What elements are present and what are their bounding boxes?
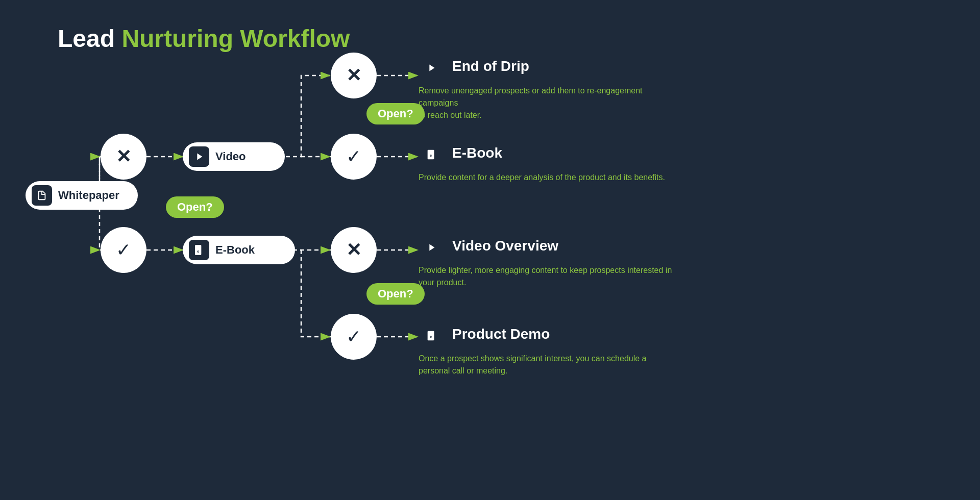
open-badge-3-label: Open? [378, 287, 413, 300]
cross-icon-3: ✕ [346, 239, 361, 261]
video-label: Video [215, 150, 246, 163]
svg-text:e: e [430, 334, 432, 339]
productdemo-icon: e [419, 323, 444, 348]
play-icon [189, 146, 209, 167]
check-circle-3: ✓ [331, 314, 377, 360]
page-title: Lead Nurturing Workflow [58, 24, 350, 53]
open-badge-2: Open? [366, 103, 425, 124]
check-icon-3: ✓ [346, 326, 361, 347]
productdemo-desc: Once a prospect shows significant intere… [419, 353, 674, 377]
svg-text:e: e [197, 249, 199, 254]
title-nurturing: Nurturing Workflow [121, 25, 350, 52]
ebook-icon-info: e [419, 142, 444, 167]
ebook-label-1: E-Book [215, 243, 255, 257]
endofdrip-info: End of Drip Remove unengaged prospects o… [419, 55, 674, 121]
videooverview-title: Video Overview [452, 238, 558, 254]
ebook-pill-1: e E-Book [183, 236, 295, 264]
whitepaper-label: Whitepaper [58, 189, 119, 202]
file-icon [32, 185, 52, 206]
open-badge-3: Open? [366, 283, 425, 305]
svg-text:e: e [430, 153, 432, 158]
check-icon-2: ✓ [346, 146, 361, 167]
productdemo-info: e Product Demo Once a prospect shows sig… [419, 323, 674, 377]
open-badge-1-label: Open? [177, 201, 213, 213]
endofdrip-desc: Remove unengaged prospects or add them t… [419, 85, 674, 121]
open-badge-1: Open? [166, 196, 224, 218]
book-icon-1: e [189, 240, 209, 260]
endofdrip-icon [419, 55, 444, 81]
cross-circle-3: ✕ [331, 227, 377, 273]
open-badge-2-label: Open? [378, 107, 413, 120]
cross-circle-1: ✕ [101, 134, 146, 180]
cross-icon-2: ✕ [346, 65, 361, 86]
check-circle-1: ✓ [101, 227, 146, 273]
cross-circle-2: ✕ [331, 53, 377, 98]
videooverview-icon [419, 235, 444, 260]
check-circle-2: ✓ [331, 134, 377, 180]
ebook-title: E-Book [452, 145, 502, 161]
ebook-desc: Provide content for a deeper analysis of… [419, 171, 665, 184]
videooverview-info: Video Overview Provide lighter, more eng… [419, 235, 674, 289]
productdemo-title: Product Demo [452, 326, 550, 342]
title-lead: Lead [58, 25, 121, 52]
ebook-info: e E-Book Provide content for a deeper an… [419, 142, 665, 184]
endofdrip-title: End of Drip [452, 58, 529, 74]
video-pill: Video [183, 142, 285, 171]
whitepaper-pill: Whitepaper [26, 181, 138, 210]
check-icon-1: ✓ [116, 239, 131, 261]
videooverview-desc: Provide lighter, more engaging content t… [419, 264, 674, 289]
cross-icon-1: ✕ [116, 146, 131, 167]
